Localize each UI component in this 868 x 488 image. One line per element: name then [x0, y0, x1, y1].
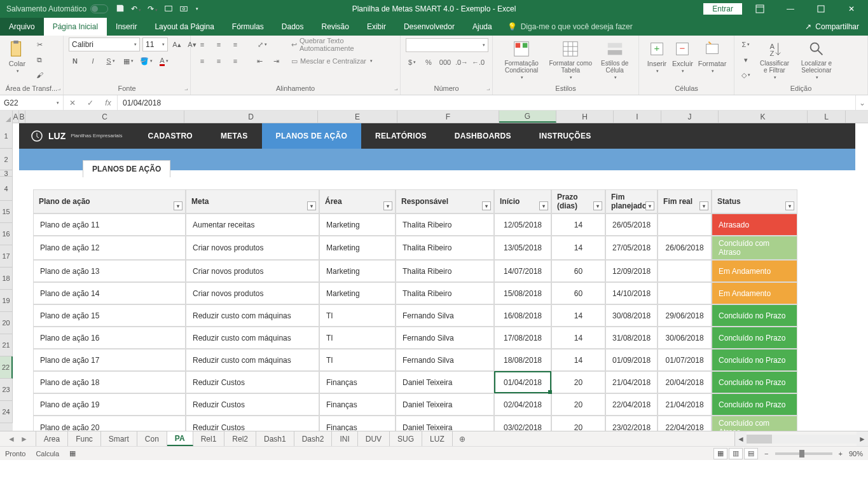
cell[interactable]: 12/09/2018 — [605, 260, 658, 282]
cell[interactable]: Plano de ação 15 — [33, 304, 186, 327]
cell[interactable]: Concluído com Atraso — [712, 416, 797, 431]
zoom-out-icon[interactable]: − — [764, 450, 768, 458]
cell[interactable]: 26/05/2018 — [605, 214, 658, 236]
redo-icon[interactable]: ↷▾ — [148, 4, 158, 13]
cell[interactable]: Criar novos produtos — [186, 282, 319, 304]
cell[interactable]: Fernando Silva — [396, 327, 494, 349]
cell[interactable]: Plano de ação 12 — [33, 236, 186, 260]
column-header-K[interactable]: K — [719, 111, 808, 123]
cell[interactable]: Em Andamento — [712, 282, 797, 304]
sheet-tab-sug[interactable]: SUG — [390, 431, 422, 446]
increase-font-icon[interactable]: A▴ — [170, 38, 183, 51]
cell[interactable]: Fernando Silva — [396, 304, 494, 327]
filter-icon[interactable]: ▾ — [593, 201, 602, 210]
cell[interactable]: Em Andamento — [712, 260, 797, 282]
column-header-C[interactable]: C — [25, 111, 184, 123]
ribbon-tab-inserir[interactable]: Inserir — [107, 18, 146, 36]
ribbon-tab-ajuda[interactable]: Ajuda — [464, 18, 501, 36]
cell[interactable]: 20 — [551, 371, 605, 393]
cell[interactable]: 23/02/2018 — [605, 416, 658, 431]
row-header-1[interactable]: 1 — [0, 123, 13, 149]
row-header-21[interactable]: 21 — [0, 334, 13, 356]
fill-color-icon[interactable]: 🪣▾ — [140, 55, 153, 67]
cell[interactable]: Plano de ação 17 — [33, 349, 186, 371]
paste-button[interactable]: Colar ▾ — [5, 38, 29, 75]
filter-icon[interactable]: ▾ — [699, 201, 708, 210]
ribbon-tab-layout-da-página[interactable]: Layout da Página — [146, 18, 223, 36]
align-middle-icon[interactable]: ≡ — [212, 38, 225, 51]
sheet-tab-rel2[interactable]: Rel2 — [224, 431, 256, 446]
fill-icon[interactable]: ▾ — [740, 53, 752, 66]
autosum-icon[interactable]: Σ▾ — [740, 38, 752, 51]
sheet-tab-smart[interactable]: Smart — [101, 431, 137, 446]
close-icon[interactable]: ✕ — [839, 0, 864, 18]
column-header-H[interactable]: H — [556, 111, 614, 123]
cell[interactable]: Concluído no Prazo — [712, 304, 797, 327]
row-header-17[interactable]: 17 — [0, 245, 13, 268]
row-header-18[interactable]: 18 — [0, 268, 13, 290]
cell[interactable]: Finanças — [319, 416, 396, 431]
filter-icon[interactable]: ▾ — [383, 201, 392, 210]
cell[interactable]: Thalita Ribeiro — [396, 260, 494, 282]
cell[interactable]: Marketing — [319, 282, 396, 304]
sheet-tab-rel1[interactable]: Rel1 — [193, 431, 225, 446]
nav-relatórios[interactable]: RELATÓRIOS — [361, 123, 441, 149]
italic-icon[interactable]: I — [86, 55, 99, 67]
insert-cells-button[interactable]: +Inserir▾ — [644, 38, 670, 75]
border-icon[interactable]: ▦▾ — [122, 55, 135, 67]
cell[interactable]: Criar novos produtos — [186, 260, 319, 282]
cell[interactable] — [658, 214, 712, 236]
conditional-format-button[interactable]: Formatação Condicional▾ — [498, 38, 545, 81]
cell[interactable]: Fernando Silva — [396, 349, 494, 371]
underline-icon[interactable]: S▾ — [104, 55, 117, 67]
cell[interactable]: 22/04/2018 — [658, 416, 712, 431]
increase-decimal-icon[interactable]: .0→ — [455, 56, 468, 69]
col-header--rea[interactable]: Área▾ — [319, 189, 396, 214]
cell[interactable]: 22/04/2018 — [605, 393, 658, 416]
cell[interactable]: Plano de ação 16 — [33, 327, 186, 349]
format-cells-button[interactable]: Formatar▾ — [696, 38, 729, 75]
format-table-button[interactable]: Formatar como Tabela▾ — [546, 38, 595, 81]
format-painter-icon[interactable]: 🖌 — [33, 69, 46, 81]
share-button[interactable]: ↗ Compartilhar — [796, 18, 868, 36]
nav-instruções[interactable]: INSTRUÇÕES — [525, 123, 605, 149]
sheet-tab-duv[interactable]: DUV — [358, 431, 390, 446]
normal-view-icon[interactable]: ▦ — [713, 448, 727, 459]
cell[interactable]: 14 — [551, 349, 605, 371]
cell[interactable]: 16/08/2018 — [494, 304, 551, 327]
font-size-combo[interactable]: 11▾ — [142, 37, 168, 51]
col-header-in-cio[interactable]: Início▾ — [494, 189, 551, 214]
cell[interactable]: TI — [319, 327, 396, 349]
page-break-view-icon[interactable]: ▤ — [744, 448, 758, 459]
zoom-level[interactable]: 90% — [849, 450, 863, 458]
cell[interactable]: Finanças — [319, 393, 396, 416]
column-header-G[interactable]: G — [499, 111, 556, 123]
cell[interactable]: 18/08/2018 — [494, 349, 551, 371]
zoom-slider[interactable] — [775, 452, 832, 455]
cell[interactable]: 14 — [551, 327, 605, 349]
cell[interactable]: Thalita Ribeiro — [396, 282, 494, 304]
align-center-icon[interactable]: ≡ — [212, 55, 225, 67]
wrap-text-button[interactable]: ↩Quebrar Texto Automaticamente — [291, 38, 395, 51]
sheet-nav-next-icon[interactable]: ► — [20, 435, 28, 444]
align-left-icon[interactable]: ≡ — [196, 55, 209, 67]
cell[interactable] — [658, 260, 712, 282]
sheet-tab-dash2[interactable]: Dash2 — [294, 431, 333, 446]
filter-icon[interactable]: ▾ — [645, 201, 654, 210]
cell[interactable]: 01/07/2018 — [658, 349, 712, 371]
cell[interactable]: 20 — [551, 416, 605, 431]
name-box[interactable]: G22▾ — [0, 95, 64, 110]
col-header-meta[interactable]: Meta▾ — [186, 189, 319, 214]
cell[interactable]: Plano de ação 19 — [33, 393, 186, 416]
col-header-prazo-dias-[interactable]: Prazo (dias)▾ — [551, 189, 605, 214]
new-sheet-button[interactable]: ⊕ — [453, 431, 472, 446]
cell[interactable]: Reduzir custo com máquinas — [186, 327, 319, 349]
sheet-tab-func[interactable]: Func — [68, 431, 101, 446]
accounting-format-icon[interactable]: $▾ — [406, 56, 418, 69]
row-header-2[interactable]: 2 — [0, 149, 13, 170]
orientation-icon[interactable]: ⤢▾ — [256, 38, 268, 51]
column-header-B[interactable]: B — [19, 111, 25, 123]
cell[interactable] — [658, 282, 712, 304]
cell[interactable]: 20/04/2018 — [658, 371, 712, 393]
find-select-button[interactable]: Localizar e Selecionar▾ — [797, 38, 836, 81]
